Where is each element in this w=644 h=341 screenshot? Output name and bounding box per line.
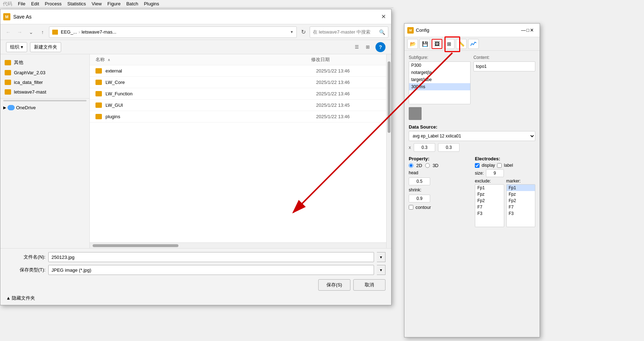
save-button[interactable]: 保存(S) [318,279,350,291]
save-toolbar-button[interactable]: 💾 [419,39,430,49]
onedrive-section[interactable]: ▶ OneDrive [0,103,89,112]
new-folder-button[interactable]: 新建文件夹 [30,42,61,52]
back-button[interactable]: ← [3,27,13,37]
config-minimize-button[interactable]: — [521,27,526,33]
grid-button[interactable]: ⊞ [444,39,454,49]
screenshot-button[interactable]: 🖼 [432,39,442,49]
col-name-header[interactable]: 名称 ∧ [95,56,311,63]
exclude-list[interactable]: Fp1 Fpz Fp2 F7 F3 [475,184,504,227]
save-as-dialog: M Save As ✕ ← → ⌄ ↑ EEG_... › letswave7-… [0,9,392,305]
exclude-col: exclude: Fp1 Fpz Fp2 F7 F3 [475,179,504,227]
filename-dropdown-button[interactable]: ▼ [377,252,385,262]
data-source-select[interactable]: avg ep_Label 12 xxlica01 [409,131,535,141]
open-button[interactable]: 📂 [407,39,418,49]
subfigure-panel: Subfigure: P300 notarget(la target(labe … [409,55,471,104]
config-toolbar: 📂 💾 🖼 ⊞ 📏 [404,37,540,51]
x-input-2[interactable] [438,143,459,152]
table-row[interactable]: plugins 2025/1/22 13:46 [90,111,386,122]
refresh-button[interactable]: ↻ [298,27,308,37]
plot-button[interactable] [468,39,479,49]
table-row[interactable]: external 2025/1/22 13:46 [90,65,386,77]
content-input[interactable] [473,61,535,71]
toggle-folders-row[interactable]: ▲ 隐藏文件夹 [6,294,385,301]
sidebar-item-graphvar[interactable]: GraphVar_2.03 [0,68,89,77]
filetype-input[interactable] [48,265,374,275]
col-date-header: 修改日期 [311,56,375,63]
subfigure-list[interactable]: P300 notarget(la target(labe 300 ms [409,61,471,104]
list-item[interactable]: P300 [409,62,470,69]
radio-3d-label: 3D [433,163,439,168]
search-bar[interactable]: 🔍 [310,26,388,38]
help-button[interactable]: ? [375,42,385,52]
folder-icon-lwgui [95,102,102,108]
x-label: x [409,145,411,150]
horizontal-scrollbar[interactable] [90,242,386,248]
radio-3d[interactable] [425,163,430,168]
breadcrumb-dropdown-icon: ▼ [290,30,294,34]
config-maximize-button[interactable]: □ [526,27,529,33]
head-input-row [409,177,469,185]
contour-checkbox[interactable] [409,205,413,210]
shrink-input[interactable] [409,195,430,202]
list-item[interactable]: Fpz [475,191,504,197]
list-item[interactable]: F3 [475,210,504,217]
x-input-1[interactable] [414,143,435,152]
menu-process[interactable]: Process [45,1,62,6]
sidebar-item-ica[interactable]: ica_data_filter [0,77,89,87]
list-view-button[interactable]: ☰ [352,42,362,52]
folder-icon-external [95,68,102,74]
menu-figure[interactable]: Figure [107,1,121,6]
ruler-button[interactable]: 📏 [456,39,467,49]
table-row[interactable]: LW_Function 2025/1/22 13:46 [90,88,386,100]
list-item[interactable]: notarget(la [409,69,470,76]
filetype-dropdown-button[interactable]: ▼ [377,265,385,275]
list-item[interactable]: Fp2 [507,197,535,204]
radio-2d[interactable] [409,163,413,168]
marker-list[interactable]: Fp1 Fpz Fp2 F7 F3 [506,184,536,227]
cancel-button[interactable]: 取消 [353,279,385,291]
up-button[interactable]: ↑ [38,27,48,37]
organize-button[interactable]: 组织 ▾ [6,42,27,52]
menu-view[interactable]: View [92,1,102,6]
vertical-scrollbar[interactable] [386,54,391,248]
list-item[interactable]: target(labe [409,76,470,83]
display-checkbox[interactable] [475,163,480,168]
label-checkbox[interactable] [497,163,502,168]
list-item[interactable]: Fp1 [507,185,535,191]
menu-edit[interactable]: Edit [31,1,39,6]
close-button[interactable]: ✕ [378,12,388,22]
menu-file[interactable]: File [18,1,25,6]
details-view-button[interactable]: ⊞ [363,42,373,52]
menu-statistics[interactable]: Statistics [67,1,86,6]
bottom-bar: 文件名(N): ▼ 保存类型(T): ▼ 保存(S) 取消 ▲ 隐藏文件夹 [0,248,391,305]
list-item[interactable]: Fpz [507,191,535,197]
grid-icon: ⊞ [447,41,451,47]
contour-row: contour [409,205,469,210]
search-input[interactable] [313,29,378,35]
list-item[interactable]: F7 [475,204,504,210]
forward-button[interactable]: → [15,27,25,37]
sidebar-item-letswave[interactable]: letswave7-mast [0,87,89,97]
size-input[interactable] [486,169,504,177]
electrode-col: Electrodes: display label size: exclude:… [475,156,535,227]
breadcrumb[interactable]: EEG_... › letswave7-mas... ▼ [49,26,297,38]
dropdown-button[interactable]: ⌄ [26,27,36,37]
list-item[interactable]: F3 [507,210,535,217]
config-close-button[interactable]: ✕ [530,27,534,33]
marker-col: marker: Fp1 Fpz Fp2 F7 F3 [506,179,536,227]
list-item[interactable]: F7 [507,204,535,210]
filename-input[interactable] [48,252,374,262]
table-row[interactable]: LW_GUI 2025/1/22 13:45 [90,100,386,111]
data-source-title: Data Source: [409,124,535,130]
content-panel: Content: [473,55,535,104]
sidebar-item-other[interactable]: 其他 [0,57,89,68]
list-item[interactable]: Fp2 [475,197,504,204]
menu-batch[interactable]: Batch [126,1,138,6]
ruler-icon: 📏 [458,41,464,47]
head-input[interactable] [409,177,430,185]
menu-plugins[interactable]: Plugins [144,1,159,6]
table-row[interactable]: LW_Core 2025/1/22 13:46 [90,77,386,88]
list-item[interactable]: Fp1 [475,185,504,191]
property-electrodes-section: Property: 2D 3D head shrink: [409,156,535,227]
list-item[interactable]: 300 ms [409,83,470,90]
